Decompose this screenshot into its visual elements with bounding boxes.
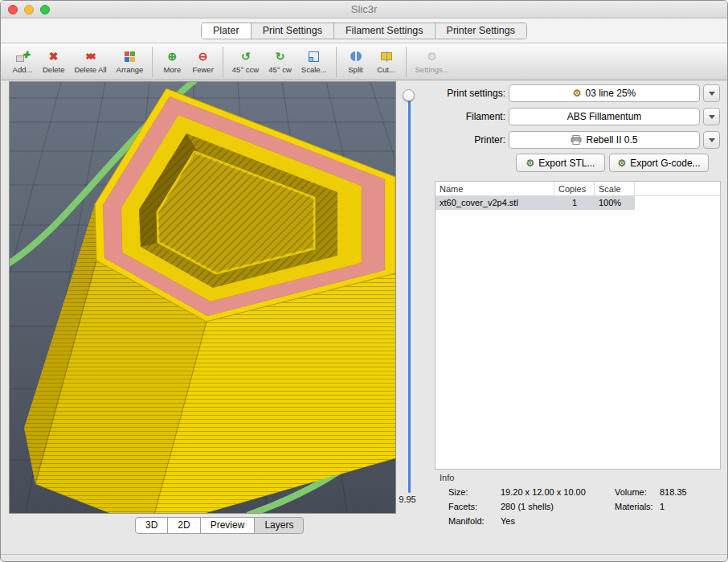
- main-tab-row: Plater Print Settings Filament Settings …: [1, 18, 727, 43]
- arrange-button[interactable]: Arrange: [112, 45, 149, 79]
- view-tab-3d[interactable]: 3D: [135, 517, 168, 534]
- object-settings-button[interactable]: ⚙ Settings...: [411, 45, 454, 79]
- title-bar: Slic3r: [1, 1, 727, 18]
- printer-combo[interactable]: Rebell II 0.5: [509, 131, 700, 149]
- fewer-icon: ⊖: [198, 50, 208, 64]
- table-row[interactable]: xt60_cover_v2p4.stl 1 100%: [436, 196, 720, 210]
- tab-filament-settings[interactable]: Filament Settings: [333, 23, 435, 39]
- chevron-down-icon: [709, 138, 715, 142]
- printer-value: Rebell II 0.5: [586, 134, 637, 146]
- more-copies-button[interactable]: ⊕ More: [157, 45, 187, 79]
- gear-icon: ⚙: [617, 158, 626, 168]
- cut-icon: [381, 50, 392, 64]
- delete-all-button[interactable]: ✖✖ Delete All: [69, 45, 111, 79]
- gear-icon: ⚙: [573, 88, 582, 98]
- window-title: Slic3r: [1, 1, 727, 18]
- tab-plater[interactable]: Plater: [202, 23, 251, 39]
- rotate-cw-button[interactable]: ↻ 45° cw: [264, 45, 297, 79]
- info-volume-value: 818.35: [660, 487, 687, 497]
- rotate-ccw-button[interactable]: ↺ 45° ccw: [227, 45, 264, 79]
- main-tabs: Plater Print Settings Filament Settings …: [201, 23, 527, 39]
- column-header-filler: [635, 182, 720, 195]
- column-header-scale[interactable]: Scale: [595, 182, 635, 195]
- 3d-viewport[interactable]: [9, 81, 396, 514]
- scale-button[interactable]: Scale...: [297, 45, 332, 79]
- gear-icon: ⚙: [526, 158, 535, 168]
- delete-all-icon: ✖✖: [85, 50, 92, 64]
- print-settings-dropdown-button[interactable]: [703, 84, 720, 102]
- info-materials-label: Materials:: [615, 502, 653, 511]
- layer-slider-track[interactable]: [408, 101, 411, 493]
- window-bottom-divider: [1, 554, 727, 555]
- split-icon: [350, 50, 362, 64]
- column-header-copies[interactable]: Copies: [554, 182, 595, 195]
- printer-dropdown-button[interactable]: [703, 131, 720, 149]
- export-gcode-button[interactable]: ⚙ Export G-code...: [609, 154, 709, 172]
- delete-button[interactable]: ✖ Delete: [38, 45, 69, 79]
- chevron-down-icon: [709, 92, 715, 96]
- view-mode-tabs: 3D 2D Preview Layers: [135, 517, 304, 534]
- rotate-cw-label: 45° cw: [268, 65, 292, 74]
- slic3r-window: Slic3r Plater Print Settings Filament Se…: [0, 0, 728, 562]
- scale-label: Scale...: [301, 65, 327, 74]
- print-settings-label: Print settings:: [435, 88, 505, 99]
- tab-print-settings[interactable]: Print Settings: [251, 23, 333, 39]
- info-facets-label: Facets:: [448, 502, 477, 511]
- toolbar-separator: [406, 47, 407, 77]
- minimize-window-button[interactable]: [24, 5, 34, 14]
- split-button[interactable]: Split: [341, 45, 371, 79]
- settings-label: Settings...: [415, 65, 449, 74]
- rotate-cw-icon: ↻: [276, 50, 285, 64]
- toolbar-separator: [336, 47, 337, 77]
- column-header-name[interactable]: Name: [436, 182, 554, 195]
- view-tab-preview[interactable]: Preview: [200, 517, 256, 534]
- info-size-label: Size:: [448, 487, 468, 497]
- export-stl-label: Export STL...: [538, 158, 595, 169]
- info-facets-value: 280 (1 shells): [501, 502, 554, 511]
- object-list-header: Name Copies Scale: [436, 182, 720, 196]
- arrange-icon: [125, 50, 135, 64]
- cell-scale: 100%: [595, 196, 635, 210]
- export-gcode-label: Export G-code...: [630, 158, 700, 169]
- zoom-window-button[interactable]: [40, 5, 50, 14]
- add-icon: ✚: [16, 50, 29, 64]
- filament-dropdown-button[interactable]: [703, 108, 720, 125]
- info-manifold-label: Manifold:: [448, 516, 485, 526]
- fewer-copies-button[interactable]: ⊖ Fewer: [187, 45, 218, 79]
- view-tab-layers[interactable]: Layers: [254, 517, 304, 534]
- rotate-ccw-icon: ↺: [241, 50, 251, 64]
- add-button[interactable]: ✚ Add...: [7, 45, 38, 79]
- cell-filler: [635, 196, 720, 210]
- delete-label: Delete: [43, 65, 64, 74]
- tab-printer-settings[interactable]: Printer Settings: [435, 23, 526, 39]
- info-materials-value: 1: [660, 502, 665, 511]
- more-icon: ⊕: [168, 50, 178, 64]
- info-volume-label: Volume:: [615, 487, 647, 497]
- layer-slider-handle[interactable]: [403, 89, 415, 101]
- close-window-button[interactable]: [8, 5, 18, 14]
- toolbar: ✚ Add... ✖ Delete ✖✖ Delete All Arrange …: [1, 43, 727, 80]
- printer-label: Printer:: [435, 134, 505, 146]
- chevron-down-icon: [709, 115, 715, 119]
- toolbar-separator: [223, 47, 223, 77]
- info-size-value: 19.20 x 12.00 x 10.00: [501, 487, 586, 497]
- print-settings-combo[interactable]: ⚙ 03 line 25%: [509, 84, 700, 102]
- scale-icon: [309, 50, 319, 64]
- add-label: Add...: [13, 65, 33, 74]
- cell-copies: 1: [554, 196, 595, 210]
- print-settings-value: 03 line 25%: [586, 88, 636, 99]
- rotate-ccw-label: 45° ccw: [232, 65, 259, 74]
- cut-button[interactable]: Cut...: [371, 45, 402, 79]
- more-label: More: [164, 65, 182, 74]
- view-tab-2d[interactable]: 2D: [167, 517, 200, 534]
- filament-combo[interactable]: ABS Fillamentum: [509, 108, 700, 125]
- delete-all-label: Delete All: [74, 65, 106, 74]
- cell-name: xt60_cover_v2p4.stl: [436, 196, 554, 210]
- cut-label: Cut...: [377, 65, 395, 74]
- filament-value: ABS Fillamentum: [567, 111, 642, 122]
- arrange-label: Arrange: [117, 65, 144, 74]
- delete-icon: ✖: [49, 50, 59, 64]
- 3d-scene: [10, 82, 395, 513]
- export-stl-button[interactable]: ⚙ Export STL...: [516, 154, 605, 172]
- object-list: Name Copies Scale xt60_cover_v2p4.stl 1 …: [435, 181, 721, 470]
